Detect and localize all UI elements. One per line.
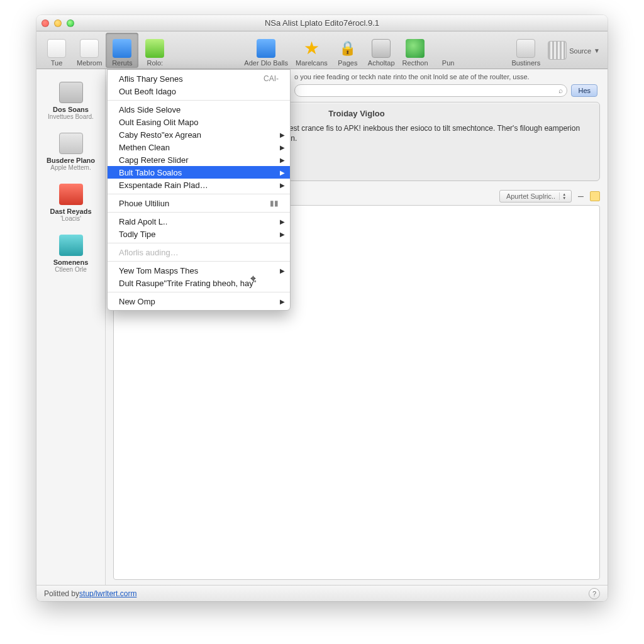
menu-separator [108, 292, 290, 292]
menu-item[interactable]: Yew Tom Masps Thes▶ [108, 264, 290, 277]
print-icon [372, 39, 391, 58]
menu-item[interactable]: Methen Clean▶ [108, 141, 290, 153]
toolbar-mebrom[interactable]: Mebrom [73, 33, 106, 68]
menu-item[interactable]: Out Beoft Idago [108, 85, 290, 97]
status-link[interactable]: stup/lwrltert.corm [79, 589, 136, 598]
none-icon [439, 39, 458, 58]
help-icon[interactable]: ? [589, 588, 600, 599]
toolbar: TueMebromRerutsRolo:Ader Dlo Balls★Marel… [36, 31, 608, 69]
sidebar-item-dast-reyads[interactable]: Dast Reyads'Loacis' [36, 180, 105, 231]
zoom-icon[interactable] [67, 19, 74, 27]
toolbar-pun[interactable]: Pun [432, 33, 465, 68]
toolbar-marelcans[interactable]: ★Marelcans [292, 33, 331, 68]
submenu-arrow-icon: ▶ [280, 131, 285, 138]
gear-icon [516, 39, 535, 58]
close-icon[interactable] [42, 19, 49, 27]
submenu-arrow-icon: ▶ [280, 231, 285, 238]
blue-icon [257, 39, 275, 58]
menu-item[interactable]: Exspentade Rain Plad…▶ [108, 179, 290, 191]
search-input[interactable]: ⌕ [294, 84, 567, 97]
menu-item[interactable]: Capg Retere Slider▶ [108, 153, 290, 166]
titlebar: NSa Alist Lplato Edito7érocl.9.1 [36, 15, 608, 31]
menu-item[interactable]: Dult Rasupe"Trite Frating bheoh, hay" [108, 277, 290, 289]
menu-separator [108, 243, 290, 243]
toolbar-reruts[interactable]: Reruts [106, 33, 138, 68]
submenu-arrow-icon: ▶ [280, 267, 285, 274]
menu-item[interactable]: Todly Tipe▶ [108, 228, 290, 240]
toolbar-acholtap[interactable]: Acholtap [364, 33, 399, 68]
submenu-arrow-icon: ▶ [280, 182, 285, 189]
page-icon [80, 39, 99, 58]
toolbar-tue[interactable]: Tue [40, 33, 73, 68]
page-icon [47, 39, 66, 58]
toolbar-source[interactable]: Source▼ [544, 33, 604, 68]
blue-icon [113, 39, 131, 58]
menu-separator [108, 212, 290, 213]
status-bar: Politted by stup/lwrltert.corm ? [36, 585, 608, 601]
menu-item[interactable]: Caby Resto"ex Agrean▶ [108, 128, 290, 141]
toolbar-recthon[interactable]: Recthon [399, 33, 432, 68]
grid-icon [548, 41, 567, 60]
shortcut-label: ▮▮ [270, 199, 279, 208]
status-prefix: Politted by [44, 589, 79, 598]
green-icon [145, 39, 164, 58]
submenu-arrow-icon: ▶ [280, 169, 285, 176]
sidebar-item-dos-soans[interactable]: Dos SoansInvettues Board. [36, 78, 105, 129]
note-icon[interactable] [590, 191, 600, 201]
context-menu[interactable]: Aflis Thary SenesCAI-Out Beoft IdagoAlds… [107, 69, 291, 311]
sidebar: Dos SoansInvettues Board.Busdere PlanoAp… [36, 69, 106, 585]
star-icon: ★ [302, 39, 321, 58]
menu-item: Aflorlis auding… [108, 246, 290, 258]
sidebar-item-busdere-plano[interactable]: Busdere PlanoApple Mettem. [36, 129, 105, 180]
submenu-arrow-icon: ▶ [280, 298, 285, 305]
toolbar-ader-dlo-balls[interactable]: Ader Dlo Balls [240, 33, 292, 68]
menu-item[interactable]: Oult Easing Olit Mapo [108, 116, 290, 128]
submenu-arrow-icon: ▶ [280, 144, 285, 151]
lock-icon: 🔒 [338, 39, 357, 58]
chip-icon [59, 82, 83, 103]
toolbar-bustiners[interactable]: Bustiners [508, 33, 544, 68]
teal-icon [59, 235, 83, 256]
search-button[interactable]: Hes [571, 84, 597, 97]
chevron-down-icon: ▼ [594, 47, 600, 54]
submenu-arrow-icon: ▶ [280, 218, 285, 225]
style-combo[interactable]: Apurtet Suplric.. ▲▼ [499, 190, 572, 203]
menu-separator [108, 194, 290, 194]
sidebar-item-somenens[interactable]: SomenensCtleen Orle [36, 231, 105, 282]
minimize-icon[interactable] [54, 19, 62, 27]
globe-icon [406, 39, 425, 58]
search-icon: ⌕ [558, 86, 563, 95]
menu-item[interactable]: Alds Side Selove [108, 103, 290, 116]
window-title: NSa Alist Lplato Edito7érocl.9.1 [36, 18, 608, 28]
menu-separator [108, 261, 290, 262]
window-controls [42, 19, 74, 27]
toolbar-pages[interactable]: 🔒Pages [331, 33, 364, 68]
red-icon [59, 184, 83, 205]
disk-icon [59, 133, 83, 154]
menu-item[interactable]: Bult Tablo Soalos▶ [108, 166, 290, 179]
stepper-icon[interactable]: ▲▼ [559, 192, 569, 200]
minus-button[interactable]: – [575, 191, 586, 202]
shortcut-label: CAI- [264, 74, 279, 83]
menu-item[interactable]: Rald Apolt L..▶ [108, 215, 290, 228]
submenu-arrow-icon: ▶ [280, 157, 285, 164]
menu-item[interactable]: Aflis Thary SenesCAI- [108, 72, 290, 85]
menu-item[interactable]: Phoue Ultiliun▮▮ [108, 197, 290, 209]
menu-item[interactable]: New Omp▶ [108, 295, 290, 308]
toolbar-rolo-[interactable]: Rolo: [138, 33, 171, 68]
menu-separator [108, 100, 290, 101]
